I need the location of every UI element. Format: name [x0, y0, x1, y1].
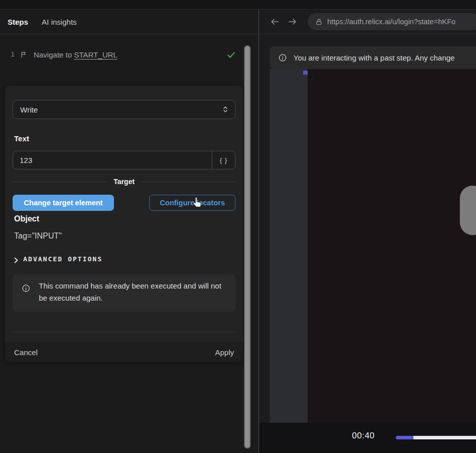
apply-button[interactable]: Apply — [215, 348, 234, 357]
screenshot-viewport — [270, 69, 476, 423]
divider-line — [142, 182, 235, 182]
info-circle-icon — [278, 53, 287, 62]
flag-icon — [20, 51, 28, 59]
target-section-label: Target — [113, 178, 135, 186]
panel-scrollbar[interactable] — [244, 45, 251, 448]
step-success-check-icon — [226, 50, 236, 60]
divider-line — [13, 182, 106, 182]
tab-steps[interactable]: Steps — [8, 18, 28, 26]
app-window: Steps AI insights 1 Navigate to START_UR… — [0, 0, 476, 453]
command-select[interactable]: Write — [13, 100, 235, 119]
url-bar[interactable]: https://auth.relicx.ai/u/login?state=hKF… — [308, 13, 476, 30]
page-sidebar-region — [270, 69, 308, 423]
tab-ai-insights[interactable]: AI insights — [42, 18, 77, 26]
past-step-banner: You are interacting with a past step. An… — [270, 46, 476, 69]
browser-preview-panel: https://auth.relicx.ai/u/login?state=hKF… — [259, 10, 476, 453]
progress-track — [413, 436, 476, 439]
select-caret-icon — [222, 105, 229, 114]
target-section-divider: Target — [13, 177, 235, 186]
executed-info-box: This command has already been executed a… — [13, 274, 235, 312]
change-target-element-button[interactable]: Change target element — [13, 195, 114, 211]
page-dark-region — [308, 69, 476, 423]
playback-timestamp: 00:40 — [352, 431, 375, 441]
past-step-banner-text: You are interacting with a past step. An… — [293, 53, 455, 62]
configure-locators-button[interactable]: Configure locators — [149, 195, 235, 211]
text-input[interactable]: 123 — [13, 151, 212, 169]
window-top-strip — [0, 0, 476, 10]
step-description: Navigate to START_URL — [34, 50, 117, 59]
lock-icon — [315, 18, 323, 26]
command-select-value: Write — [20, 105, 38, 114]
chevron-right-icon — [13, 256, 19, 262]
object-value: Tag="INPUT" — [14, 232, 62, 241]
playback-progress-bar[interactable] — [396, 436, 476, 439]
session-player-bar: 00:40 — [259, 423, 476, 453]
back-arrow-icon[interactable] — [270, 17, 280, 27]
cancel-button[interactable]: Cancel — [14, 348, 38, 357]
editor-footer: Cancel Apply — [5, 342, 243, 362]
insert-variable-button[interactable]: { } — [212, 151, 235, 169]
progress-fill — [396, 436, 413, 439]
step-number: 1 — [11, 51, 15, 58]
browser-toolbar: https://auth.relicx.ai/u/login?state=hKF… — [259, 10, 476, 34]
footer-divider — [13, 332, 235, 332]
step-editor-card: Write Text 123 { } Target Change target … — [5, 86, 243, 362]
forward-arrow-icon[interactable] — [287, 17, 298, 27]
step-row[interactable]: 1 Navigate to START_URL — [0, 48, 258, 61]
object-label: Object — [14, 214, 39, 223]
text-input-row: 123 { } — [13, 151, 235, 169]
floating-widget-handle[interactable] — [460, 186, 476, 235]
info-circle-icon — [22, 284, 30, 293]
recorded-cursor-icon — [308, 74, 315, 80]
advanced-options-toggle[interactable]: ADVANCED OPTIONS — [13, 255, 102, 263]
text-field-label: Text — [14, 134, 29, 143]
url-text: https://auth.relicx.ai/u/login?state=hKF… — [327, 18, 455, 26]
start-url-link[interactable]: START_URL — [74, 50, 117, 59]
highlight-marker — [303, 71, 308, 75]
executed-info-message: This command has already been executed a… — [39, 280, 228, 304]
advanced-options-label: ADVANCED OPTIONS — [23, 255, 102, 263]
left-tabbar: Steps AI insights — [0, 10, 258, 34]
steps-panel: Steps AI insights 1 Navigate to START_UR… — [0, 10, 259, 453]
